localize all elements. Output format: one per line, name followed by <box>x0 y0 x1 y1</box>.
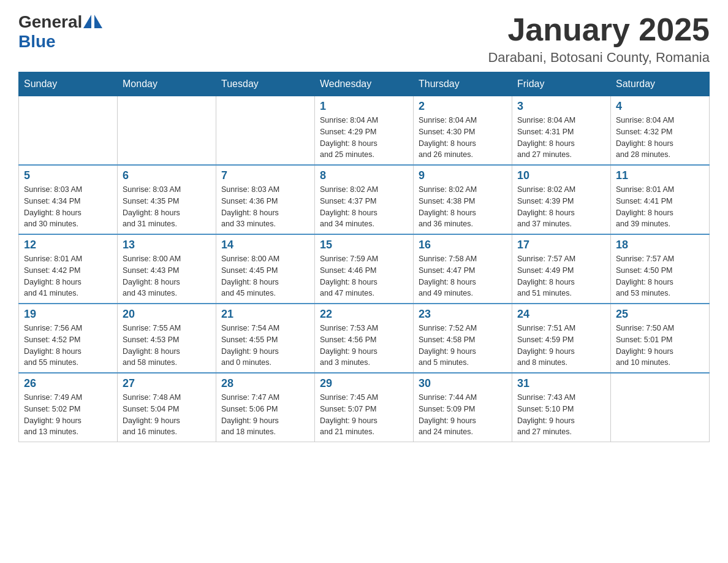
day-info: Sunrise: 7:53 AMSunset: 4:56 PMDaylight:… <box>320 323 408 369</box>
day-info: Sunrise: 8:00 AMSunset: 4:43 PMDaylight:… <box>123 253 211 299</box>
day-cell <box>19 96 118 166</box>
col-header-friday: Friday <box>512 72 611 96</box>
day-cell: 25Sunrise: 7:50 AMSunset: 5:01 PMDayligh… <box>611 304 710 373</box>
day-number: 19 <box>24 308 112 321</box>
week-row-5: 26Sunrise: 7:49 AMSunset: 5:02 PMDayligh… <box>19 373 710 442</box>
day-info: Sunrise: 7:57 AMSunset: 4:49 PMDaylight:… <box>517 253 605 299</box>
day-number: 29 <box>320 377 408 390</box>
week-row-1: 1Sunrise: 8:04 AMSunset: 4:29 PMDaylight… <box>19 96 710 166</box>
day-number: 23 <box>419 308 507 321</box>
day-number: 18 <box>616 239 704 251</box>
day-number: 21 <box>221 308 309 321</box>
day-cell: 4Sunrise: 8:04 AMSunset: 4:32 PMDaylight… <box>611 96 710 166</box>
day-cell <box>118 96 216 166</box>
day-number: 1 <box>320 100 408 113</box>
day-cell: 5Sunrise: 8:03 AMSunset: 4:34 PMDaylight… <box>19 165 118 234</box>
logo: General Blue <box>18 12 102 52</box>
day-cell <box>611 373 710 442</box>
day-info: Sunrise: 8:02 AMSunset: 4:39 PMDaylight:… <box>517 184 605 230</box>
day-number: 22 <box>320 308 408 321</box>
day-number: 8 <box>320 169 408 182</box>
day-number: 28 <box>221 377 309 390</box>
day-number: 24 <box>517 308 605 321</box>
day-info: Sunrise: 7:52 AMSunset: 4:58 PMDaylight:… <box>419 323 507 369</box>
calendar-table: SundayMondayTuesdayWednesdayThursdayFrid… <box>18 72 710 442</box>
day-cell: 12Sunrise: 8:01 AMSunset: 4:42 PMDayligh… <box>19 234 118 304</box>
day-number: 7 <box>221 169 309 182</box>
day-cell: 8Sunrise: 8:02 AMSunset: 4:37 PMDaylight… <box>315 165 414 234</box>
day-number: 31 <box>517 377 605 390</box>
day-number: 3 <box>517 100 605 113</box>
day-number: 6 <box>123 169 211 182</box>
day-number: 4 <box>616 100 704 113</box>
month-title: January 2025 <box>488 12 710 47</box>
location-title: Darabani, Botosani County, Romania <box>488 50 710 66</box>
col-header-tuesday: Tuesday <box>216 72 315 96</box>
day-info: Sunrise: 8:04 AMSunset: 4:29 PMDaylight:… <box>320 115 408 161</box>
day-number: 14 <box>221 239 309 251</box>
day-cell: 20Sunrise: 7:55 AMSunset: 4:53 PMDayligh… <box>118 304 216 373</box>
day-cell: 7Sunrise: 8:03 AMSunset: 4:36 PMDaylight… <box>216 165 315 234</box>
day-cell: 9Sunrise: 8:02 AMSunset: 4:38 PMDaylight… <box>414 165 512 234</box>
day-info: Sunrise: 8:04 AMSunset: 4:31 PMDaylight:… <box>517 115 605 161</box>
day-number: 26 <box>24 377 112 390</box>
day-info: Sunrise: 7:57 AMSunset: 4:50 PMDaylight:… <box>616 253 704 299</box>
day-info: Sunrise: 7:50 AMSunset: 5:01 PMDaylight:… <box>616 323 704 369</box>
day-cell: 22Sunrise: 7:53 AMSunset: 4:56 PMDayligh… <box>315 304 414 373</box>
day-cell: 17Sunrise: 7:57 AMSunset: 4:49 PMDayligh… <box>512 234 611 304</box>
day-cell: 30Sunrise: 7:44 AMSunset: 5:09 PMDayligh… <box>414 373 512 442</box>
day-cell: 15Sunrise: 7:59 AMSunset: 4:46 PMDayligh… <box>315 234 414 304</box>
col-header-saturday: Saturday <box>611 72 710 96</box>
col-header-sunday: Sunday <box>19 72 118 96</box>
day-number: 11 <box>616 169 704 182</box>
day-number: 17 <box>517 239 605 251</box>
day-info: Sunrise: 8:02 AMSunset: 4:37 PMDaylight:… <box>320 184 408 230</box>
day-info: Sunrise: 8:01 AMSunset: 4:41 PMDaylight:… <box>616 184 704 230</box>
day-cell: 1Sunrise: 8:04 AMSunset: 4:29 PMDaylight… <box>315 96 414 166</box>
day-info: Sunrise: 8:04 AMSunset: 4:32 PMDaylight:… <box>616 115 704 161</box>
day-cell: 19Sunrise: 7:56 AMSunset: 4:52 PMDayligh… <box>19 304 118 373</box>
week-row-3: 12Sunrise: 8:01 AMSunset: 4:42 PMDayligh… <box>19 234 710 304</box>
day-cell: 16Sunrise: 7:58 AMSunset: 4:47 PMDayligh… <box>414 234 512 304</box>
day-info: Sunrise: 7:54 AMSunset: 4:55 PMDaylight:… <box>221 323 309 369</box>
day-cell: 26Sunrise: 7:49 AMSunset: 5:02 PMDayligh… <box>19 373 118 442</box>
day-cell: 23Sunrise: 7:52 AMSunset: 4:58 PMDayligh… <box>414 304 512 373</box>
day-cell: 13Sunrise: 8:00 AMSunset: 4:43 PMDayligh… <box>118 234 216 304</box>
day-cell: 6Sunrise: 8:03 AMSunset: 4:35 PMDaylight… <box>118 165 216 234</box>
logo-general: General <box>18 12 82 32</box>
title-section: January 2025 Darabani, Botosani County, … <box>488 12 710 66</box>
col-header-wednesday: Wednesday <box>315 72 414 96</box>
day-info: Sunrise: 7:56 AMSunset: 4:52 PMDaylight:… <box>24 323 112 369</box>
day-number: 27 <box>123 377 211 390</box>
day-info: Sunrise: 8:00 AMSunset: 4:45 PMDaylight:… <box>221 253 309 299</box>
day-cell <box>216 96 315 166</box>
day-info: Sunrise: 7:49 AMSunset: 5:02 PMDaylight:… <box>24 392 112 438</box>
day-number: 9 <box>419 169 507 182</box>
day-info: Sunrise: 7:45 AMSunset: 5:07 PMDaylight:… <box>320 392 408 438</box>
day-cell: 27Sunrise: 7:48 AMSunset: 5:04 PMDayligh… <box>118 373 216 442</box>
day-info: Sunrise: 8:01 AMSunset: 4:42 PMDaylight:… <box>24 253 112 299</box>
day-info: Sunrise: 8:03 AMSunset: 4:36 PMDaylight:… <box>221 184 309 230</box>
day-number: 16 <box>419 239 507 251</box>
day-number: 2 <box>419 100 507 113</box>
day-cell: 2Sunrise: 8:04 AMSunset: 4:30 PMDaylight… <box>414 96 512 166</box>
day-cell: 18Sunrise: 7:57 AMSunset: 4:50 PMDayligh… <box>611 234 710 304</box>
day-cell: 29Sunrise: 7:45 AMSunset: 5:07 PMDayligh… <box>315 373 414 442</box>
day-info: Sunrise: 7:47 AMSunset: 5:06 PMDaylight:… <box>221 392 309 438</box>
day-info: Sunrise: 7:51 AMSunset: 4:59 PMDaylight:… <box>517 323 605 369</box>
day-info: Sunrise: 8:03 AMSunset: 4:35 PMDaylight:… <box>123 184 211 230</box>
page-header: General Blue January 2025 Darabani, Boto… <box>18 12 710 66</box>
day-info: Sunrise: 8:02 AMSunset: 4:38 PMDaylight:… <box>419 184 507 230</box>
day-info: Sunrise: 7:43 AMSunset: 5:10 PMDaylight:… <box>517 392 605 438</box>
day-cell: 10Sunrise: 8:02 AMSunset: 4:39 PMDayligh… <box>512 165 611 234</box>
day-info: Sunrise: 7:59 AMSunset: 4:46 PMDaylight:… <box>320 253 408 299</box>
day-info: Sunrise: 7:58 AMSunset: 4:47 PMDaylight:… <box>419 253 507 299</box>
day-info: Sunrise: 8:03 AMSunset: 4:34 PMDaylight:… <box>24 184 112 230</box>
day-number: 20 <box>123 308 211 321</box>
day-number: 5 <box>24 169 112 182</box>
calendar-header-row: SundayMondayTuesdayWednesdayThursdayFrid… <box>19 72 710 96</box>
day-number: 15 <box>320 239 408 251</box>
day-cell: 14Sunrise: 8:00 AMSunset: 4:45 PMDayligh… <box>216 234 315 304</box>
day-cell: 3Sunrise: 8:04 AMSunset: 4:31 PMDaylight… <box>512 96 611 166</box>
day-number: 12 <box>24 239 112 251</box>
